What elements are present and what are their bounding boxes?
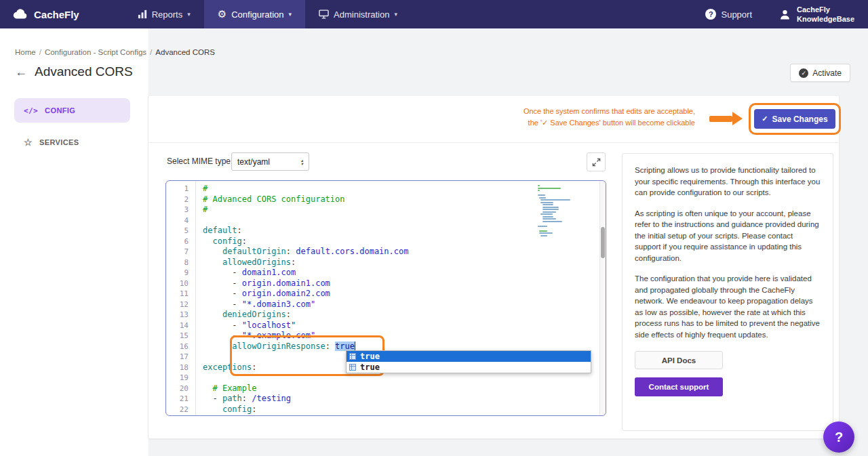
breadcrumb-separator: / bbox=[39, 48, 41, 56]
star-icon: ☆ bbox=[24, 137, 33, 148]
chevron-down-icon: ▾ bbox=[187, 11, 191, 18]
nav-item-support[interactable]: ? Support bbox=[692, 0, 766, 28]
sidebar-background bbox=[0, 28, 149, 456]
chevron-down-icon: ▾ bbox=[289, 11, 292, 18]
editor-minimap bbox=[538, 185, 581, 241]
value-grid-icon bbox=[349, 353, 356, 360]
save-hint-line1: Once the system confirms that edits are … bbox=[403, 106, 695, 117]
activate-button[interactable]: ✓ Activate bbox=[790, 64, 850, 82]
info-paragraph: As scripting is often unique to your acc… bbox=[635, 208, 821, 264]
sidebar-services-label: SERVICES bbox=[39, 138, 79, 146]
account-menu[interactable]: CacheFly KnowledgeBase bbox=[766, 0, 868, 28]
check-icon: ✓ bbox=[762, 115, 768, 123]
top-navbar: CacheFly Reports ▾ ⚙ Configuration ▾ Adm… bbox=[0, 0, 868, 28]
breadcrumb-home[interactable]: Home bbox=[15, 48, 36, 56]
mime-type-select[interactable]: text/yaml ▴▾ bbox=[231, 152, 309, 171]
chevron-down-icon: ▾ bbox=[394, 11, 397, 18]
cachefly-cloud-icon bbox=[12, 9, 28, 20]
autocomplete-option-true[interactable]: true bbox=[347, 362, 591, 373]
autocomplete-popup: true true bbox=[346, 350, 591, 373]
brand-logo[interactable]: CacheFly bbox=[0, 0, 92, 28]
expand-icon bbox=[592, 158, 601, 167]
account-line2: KnowledgeBase bbox=[797, 14, 854, 24]
gear-icon: ⚙ bbox=[218, 8, 226, 20]
code-icon: </> bbox=[24, 106, 38, 115]
page-title: Advanced CORS bbox=[35, 64, 133, 79]
activate-label: Activate bbox=[812, 68, 842, 78]
api-docs-button[interactable]: API Docs bbox=[635, 351, 723, 369]
autocomplete-option-label: true bbox=[360, 362, 380, 373]
nav-item-reports[interactable]: Reports ▾ bbox=[124, 0, 204, 28]
mime-type-label: Select MIME type bbox=[167, 152, 231, 171]
nav-configuration-label: Configuration bbox=[231, 9, 283, 20]
info-paragraph: The configuration that you provide here … bbox=[635, 273, 821, 340]
brand-name: CacheFly bbox=[34, 9, 79, 20]
mime-type-value: text/yaml bbox=[237, 157, 270, 167]
contact-support-button[interactable]: Contact support bbox=[635, 377, 723, 396]
breadcrumb: Home/Configuration - Script Configs/Adva… bbox=[15, 48, 215, 56]
sidebar-config-label: CONFIG bbox=[45, 106, 75, 115]
check-circle-icon: ✓ bbox=[799, 68, 808, 78]
nav-reports-label: Reports bbox=[152, 9, 183, 20]
save-bar: Once the system confirms that edits are … bbox=[149, 96, 839, 143]
expand-editor-button[interactable] bbox=[587, 152, 606, 171]
save-hint-line2: the '✓ Save Changes' button will become … bbox=[403, 117, 695, 129]
editor-scrollbar[interactable] bbox=[599, 181, 606, 415]
select-arrows-icon: ▴▾ bbox=[301, 159, 303, 165]
annotation-arrow-icon bbox=[709, 112, 743, 125]
user-icon bbox=[779, 9, 791, 20]
info-panel: Scripting allows us to provide functiona… bbox=[622, 153, 833, 431]
help-button[interactable]: ? bbox=[823, 421, 854, 453]
nav-item-administration[interactable]: Administration ▾ bbox=[305, 0, 411, 28]
breadcrumb-separator: / bbox=[150, 48, 152, 56]
save-hint-annotation: Once the system confirms that edits are … bbox=[403, 106, 695, 128]
account-line1: CacheFly bbox=[797, 5, 854, 14]
scrollbar-thumb[interactable] bbox=[601, 227, 605, 258]
bar-chart-icon bbox=[138, 9, 147, 19]
config-panel: Once the system confirms that edits are … bbox=[148, 95, 840, 439]
sidebar-item-services[interactable]: ☆ SERVICES bbox=[14, 131, 130, 154]
save-changes-button[interactable]: ✓ Save Changes bbox=[754, 109, 835, 129]
monitor-icon bbox=[319, 9, 329, 19]
breadcrumb-script-configs[interactable]: Configuration - Script Configs bbox=[45, 48, 146, 56]
save-changes-label: Save Changes bbox=[772, 115, 828, 124]
question-circle-icon: ? bbox=[705, 9, 716, 20]
value-grid-icon bbox=[349, 364, 356, 371]
back-arrow[interactable]: ← bbox=[15, 66, 27, 78]
autocomplete-option-true-selected[interactable]: true bbox=[347, 351, 591, 362]
nav-item-configuration[interactable]: ⚙ Configuration ▾ bbox=[204, 0, 305, 28]
info-paragraph: Scripting allows us to provide functiona… bbox=[635, 165, 821, 199]
nav-administration-label: Administration bbox=[334, 9, 389, 20]
breadcrumb-current: Advanced CORS bbox=[155, 48, 215, 56]
save-highlight-ring: ✓ Save Changes bbox=[749, 103, 841, 135]
main-nav: Reports ▾ ⚙ Configuration ▾ Administrati… bbox=[124, 0, 411, 28]
support-label: Support bbox=[721, 9, 752, 20]
editor-gutter: 12345678910111213141516171819202122 bbox=[166, 181, 196, 415]
autocomplete-option-label: true bbox=[360, 351, 380, 362]
sidebar-item-config[interactable]: </> CONFIG bbox=[14, 98, 130, 123]
code-editor[interactable]: 12345678910111213141516171819202122 ## A… bbox=[165, 180, 606, 416]
